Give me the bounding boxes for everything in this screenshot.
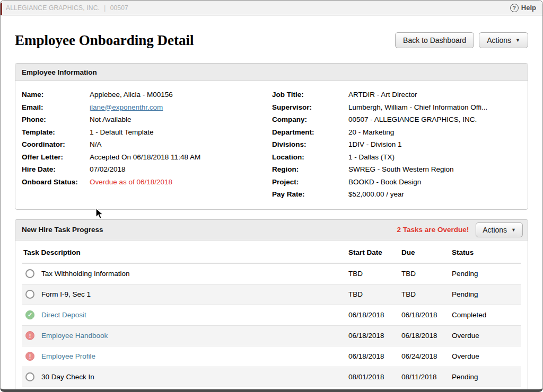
task-status: Pending xyxy=(452,290,521,298)
task-description-link[interactable]: Employee Handbook xyxy=(41,332,108,340)
field-job-title: Job Title: ARTDIR - Art Director xyxy=(272,88,522,101)
field-region: Region: SWREG - South Western Region xyxy=(272,163,522,176)
app-window: ALLEGIANCE GRAPHICS, INC. | 00507 ? Help… xyxy=(0,0,543,392)
completed-check-icon: ✓ xyxy=(25,310,34,319)
field-label: Supervisor: xyxy=(272,101,348,114)
field-label: Email: xyxy=(22,101,90,114)
task-due-date: TBD xyxy=(401,270,452,278)
field-label: Offer Letter: xyxy=(22,151,90,164)
task-row: ✓ Direct Deposit 06/18/2018 06/18/2018 C… xyxy=(22,305,521,325)
task-table: Task Description Start Date Due Status T… xyxy=(22,240,521,387)
field-coordinator: Coordinator: N/A xyxy=(22,138,272,151)
task-row: Form I-9, Sec 1 TBD TBD Pending xyxy=(22,284,521,305)
task-progress-header: New Hire Task Progress 2 Tasks are Overd… xyxy=(15,220,528,240)
field-email: Email: jlane@exponenthr.com xyxy=(22,101,272,114)
task-description: Form I-9, Sec 1 xyxy=(41,290,91,298)
task-start-date: 06/18/2018 xyxy=(348,352,401,360)
task-description: 30 Day Check In xyxy=(41,373,94,381)
field-value: 1DIV - Division 1 xyxy=(348,138,522,151)
field-value: N/A xyxy=(90,138,272,151)
back-to-dashboard-button[interactable]: Back to Dashboard xyxy=(395,32,474,48)
task-row: ! Employee Profile 06/18/2018 06/24/2018… xyxy=(22,346,521,367)
task-description: Tax Withholding Information xyxy=(41,270,130,278)
task-row: ! Employee Handbook 06/18/2018 06/18/201… xyxy=(22,325,521,346)
company-identifier: ALLEGIANCE GRAPHICS, INC. | 00507 xyxy=(6,4,510,12)
field-value: Accepted On 06/18/2018 11:48 AM xyxy=(90,151,272,164)
task-description-link[interactable]: Direct Deposit xyxy=(41,311,86,319)
employee-info-panel: Employee Information Name: Applebee, Ali… xyxy=(15,63,528,210)
field-phone: Phone: Not Available xyxy=(22,113,272,126)
field-label: Department: xyxy=(272,126,348,139)
field-label: Location: xyxy=(272,151,348,164)
column-header-due: Due xyxy=(401,248,452,256)
caret-down-icon: ▼ xyxy=(511,227,516,233)
field-label: Region: xyxy=(272,163,348,176)
company-name-label: ALLEGIANCE GRAPHICS, INC. xyxy=(6,4,100,12)
page-title: Employee Onboarding Detail xyxy=(15,32,194,49)
overdue-alert-icon: ! xyxy=(25,331,34,340)
field-label: Name: xyxy=(22,88,90,101)
pending-circle-icon xyxy=(25,269,34,278)
task-description-link[interactable]: Employee Profile xyxy=(41,352,95,360)
field-value: ARTDIR - Art Director xyxy=(348,88,522,101)
tasks-actions-label: Actions xyxy=(483,226,507,234)
field-company: Company: 00507 - ALLEGIANCE GRAPHICS, IN… xyxy=(272,113,522,126)
top-bar: ALLEGIANCE GRAPHICS, INC. | 00507 ? Help xyxy=(1,1,542,15)
task-status: Overdue xyxy=(452,332,521,340)
task-status: Pending xyxy=(452,270,521,278)
pending-circle-icon xyxy=(25,290,34,299)
task-due-date: 06/18/2018 xyxy=(401,311,452,319)
task-progress-title: New Hire Task Progress xyxy=(22,226,397,234)
field-offer-letter: Offer Letter: Accepted On 06/18/2018 11:… xyxy=(22,151,272,164)
field-value: BOOKD - Book Design xyxy=(348,176,522,189)
field-location: Location: 1 - Dallas (TX) xyxy=(272,151,522,164)
separator: | xyxy=(104,4,106,12)
field-label: Job Title: xyxy=(272,88,348,101)
email-link[interactable]: jlane@exponenthr.com xyxy=(90,103,163,111)
page-header: Employee Onboarding Detail Back to Dashb… xyxy=(15,29,528,51)
task-start-date: TBD xyxy=(348,270,401,278)
task-start-date: 06/18/2018 xyxy=(348,332,401,340)
caret-down-icon: ▼ xyxy=(515,38,520,43)
task-due-date: TBD xyxy=(401,290,452,298)
column-header-start-date: Start Date xyxy=(348,248,401,256)
field-label: Onboard Status: xyxy=(22,176,90,189)
field-value: Not Available xyxy=(90,113,272,126)
field-label: Project: xyxy=(272,176,348,189)
overdue-alert-icon: ! xyxy=(25,352,34,361)
task-due-date: 08/11/2018 xyxy=(401,373,452,381)
task-status: Overdue xyxy=(452,352,521,360)
field-value: $52,000.00 / year xyxy=(348,188,522,201)
field-onboard-status: Onboard Status: Overdue as of 06/18/2018 xyxy=(22,176,272,189)
field-label: Hire Date: xyxy=(22,163,90,176)
field-value: 00507 - ALLEGIANCE GRAPHICS, INC. xyxy=(348,113,522,126)
field-label: Template: xyxy=(22,126,90,139)
field-label: Divisions: xyxy=(272,138,348,151)
employee-info-right-column: Job Title: ARTDIR - Art Director Supervi… xyxy=(272,88,522,201)
field-divisions: Divisions: 1DIV - Division 1 xyxy=(272,138,522,151)
task-progress-panel: New Hire Task Progress 2 Tasks are Overd… xyxy=(15,219,528,392)
onboard-status-value: Overdue as of 06/18/2018 xyxy=(90,176,272,189)
task-row: Tax Withholding Information TBD TBD Pend… xyxy=(22,263,521,284)
field-value: 07/02/2018 xyxy=(90,163,272,176)
field-name: Name: Applebee, Alicia - M00156 xyxy=(22,88,272,101)
employee-info-left-column: Name: Applebee, Alicia - M00156 Email: j… xyxy=(22,88,272,201)
field-value: 1 - Default Template xyxy=(90,126,272,139)
field-label: Phone: xyxy=(22,113,90,126)
field-value: 1 - Dallas (TX) xyxy=(348,151,522,164)
help-button[interactable]: ? Help xyxy=(510,4,536,12)
tasks-actions-button[interactable]: Actions ▼ xyxy=(476,222,523,237)
page-actions-button[interactable]: Actions ▼ xyxy=(479,32,528,48)
field-template: Template: 1 - Default Template xyxy=(22,126,272,139)
left-edge-accent xyxy=(1,3,2,15)
page-actions-label: Actions xyxy=(487,36,511,44)
column-header-task-description: Task Description xyxy=(22,248,348,256)
field-value: Applebee, Alicia - M00156 xyxy=(90,88,272,101)
field-label: Coordinator: xyxy=(22,138,90,151)
task-status: Pending xyxy=(452,373,521,381)
task-status: Completed xyxy=(452,311,521,319)
field-department: Department: 20 - Marketing xyxy=(272,126,522,139)
help-question-icon: ? xyxy=(510,4,519,12)
field-value: SWREG - South Western Region xyxy=(348,163,522,176)
field-value: 20 - Marketing xyxy=(348,126,522,139)
